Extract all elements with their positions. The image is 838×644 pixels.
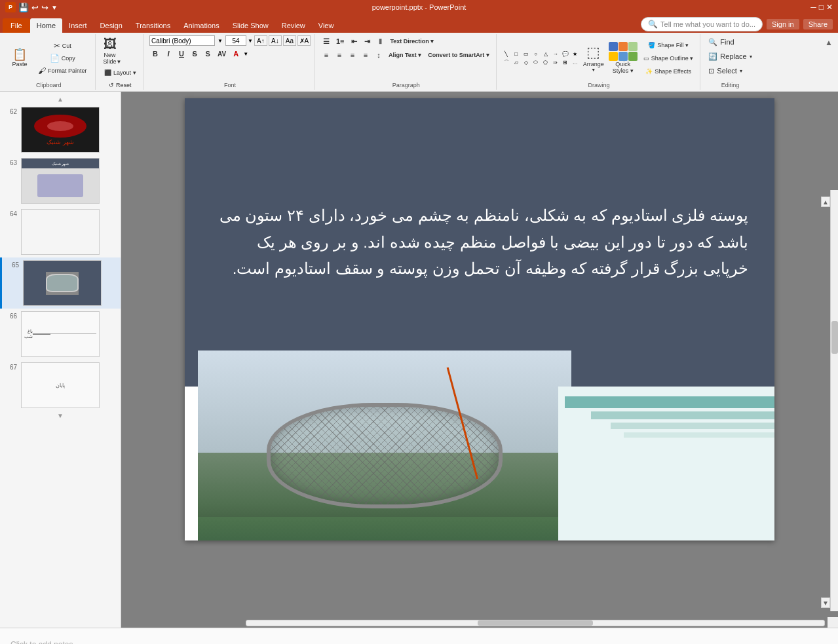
maximize-btn[interactable]: □: [819, 3, 824, 12]
shape-para[interactable]: ▱: [512, 58, 521, 66]
tab-transitions[interactable]: Transitions: [129, 18, 177, 33]
slide-panel-scroll-down[interactable]: ▼: [0, 411, 121, 421]
font-color-btn[interactable]: A: [230, 48, 242, 60]
font-color-dropdown[interactable]: ▼: [243, 51, 248, 57]
select-btn[interactable]: ⊡Select▾: [706, 64, 745, 77]
shape-formula[interactable]: ⊞: [561, 58, 570, 66]
underline-btn[interactable]: U: [176, 48, 187, 60]
slide-thumb-63[interactable]: 63 شهر شنبک: [0, 155, 121, 206]
arrange-btn[interactable]: ⬚ Arrange ▼: [582, 43, 605, 73]
shape-oval[interactable]: ○: [531, 50, 541, 58]
align-right-btn[interactable]: ≡: [347, 49, 358, 61]
text-shadow-btn[interactable]: S: [202, 48, 214, 60]
align-center-btn[interactable]: ≡: [333, 49, 345, 61]
paste-btn[interactable]: 📋 Paste: [8, 47, 31, 69]
columns-btn[interactable]: ⫴: [374, 35, 386, 47]
shape-more[interactable]: …: [571, 58, 580, 66]
qat-undo[interactable]: ↩: [31, 3, 39, 12]
numbering-btn[interactable]: 1≡: [333, 35, 347, 47]
slide-bottom: [185, 387, 774, 540]
italic-btn[interactable]: I: [162, 48, 174, 60]
vscroll-thumb[interactable]: [831, 321, 838, 354]
decrease-font-btn[interactable]: A↓: [269, 35, 282, 46]
layout-btn[interactable]: ⬛Layout ▾: [101, 67, 140, 79]
reset-btn[interactable]: ↺Reset: [101, 79, 140, 91]
align-left-btn[interactable]: ≡: [320, 49, 332, 61]
signin-btn[interactable]: Sign in: [767, 19, 799, 29]
format-painter-btn[interactable]: 🖌Format Painter: [35, 65, 90, 77]
new-slide-btn[interactable]: 🖼 New Slide ▼: [101, 35, 124, 66]
shape-star[interactable]: ★: [571, 50, 580, 58]
bullets-btn[interactable]: ☰: [320, 35, 332, 47]
slide-thumb-67[interactable]: 67 پایان: [0, 360, 121, 411]
increase-indent-btn[interactable]: ⇥: [361, 35, 373, 47]
align-text-btn[interactable]: Align Text ▾: [386, 49, 424, 61]
notes-placeholder: Click to add notes: [10, 640, 73, 645]
font-name-dropdown[interactable]: ▼: [216, 38, 224, 44]
tab-design[interactable]: Design: [94, 18, 129, 33]
slide-thumb-66[interactable]: 66 باغ شب: [0, 309, 121, 360]
tab-animations[interactable]: Animations: [177, 18, 225, 33]
shape-round-rect[interactable]: ▭: [522, 50, 531, 58]
justify-btn[interactable]: ≡: [360, 49, 371, 61]
shape-outline-btn[interactable]: ▭Shape Outline ▾: [641, 52, 696, 64]
qat-area: P 💾 ↩ ↪ ▼: [5, 2, 58, 12]
slide-thumb-64[interactable]: 64: [0, 206, 121, 257]
qat-redo[interactable]: ↪: [41, 3, 48, 12]
quick-styles-btn[interactable]: Quick Styles ▾: [607, 41, 639, 75]
shape-callout[interactable]: 💬: [561, 50, 570, 58]
copy-btn[interactable]: 📄Copy: [35, 52, 90, 64]
slide-panel-scroll-up[interactable]: ▲: [0, 94, 121, 104]
shape-line[interactable]: ╲: [502, 50, 511, 58]
font-size-input[interactable]: [225, 35, 246, 46]
close-btn[interactable]: ✕: [826, 3, 833, 12]
font-group: ▼ ▼ A↑ A↓ Aa ✗A B I U S S AV A ▼ Font: [145, 34, 315, 90]
line-spacing-btn[interactable]: ↕: [373, 49, 385, 61]
slide-thumb-65[interactable]: 65: [0, 257, 121, 309]
bold-btn[interactable]: B: [149, 48, 161, 60]
text-direction-btn[interactable]: Text Direction ▾: [387, 35, 436, 47]
clear-format-btn[interactable]: ✗A: [297, 35, 311, 46]
hscroll[interactable]: [246, 620, 825, 626]
collapse-ribbon-btn[interactable]: ▲: [822, 35, 835, 50]
tab-home[interactable]: Home: [30, 18, 62, 33]
shape-fill-btn[interactable]: 🪣Shape Fill ▾: [641, 39, 696, 51]
shape-diamond[interactable]: ◇: [522, 58, 531, 66]
minimize-btn[interactable]: ─: [810, 3, 816, 12]
canvas-vscroll-down[interactable]: ▼: [821, 597, 830, 608]
tab-file[interactable]: File: [3, 18, 30, 33]
cut-btn[interactable]: ✂Cut: [35, 40, 90, 52]
shape-curved[interactable]: ⌒: [502, 58, 511, 66]
notes-area[interactable]: Click to add notes: [0, 628, 838, 644]
replace-btn[interactable]: 🔄Replace▾: [706, 50, 754, 63]
shape-pentagon[interactable]: ⬠: [541, 58, 550, 66]
tab-review[interactable]: Review: [275, 18, 312, 33]
convert-smartart-btn[interactable]: Convert to SmartArt ▾: [425, 49, 492, 61]
shape-block-arrow[interactable]: ⇒: [551, 58, 560, 66]
shape-triangle[interactable]: △: [541, 50, 550, 58]
tab-slideshow[interactable]: Slide Show: [226, 18, 275, 33]
font-name-input[interactable]: [149, 35, 215, 46]
title-text: powerpoint.pptx - PowerPoint: [372, 3, 467, 11]
slide-thumb-62[interactable]: 62 شهر شنبک: [0, 104, 121, 155]
strikethrough-btn[interactable]: S: [189, 48, 200, 60]
find-btn[interactable]: 🔍Find: [706, 35, 736, 48]
tab-insert[interactable]: Insert: [62, 18, 94, 33]
qat-customize[interactable]: ▼: [51, 4, 58, 11]
decrease-indent-btn[interactable]: ⇤: [348, 35, 360, 47]
change-case-btn[interactable]: Aa: [283, 35, 296, 46]
vscroll-right[interactable]: [830, 190, 838, 611]
shape-cylinder[interactable]: ⬭: [531, 58, 541, 66]
font-size-dropdown[interactable]: ▼: [248, 38, 253, 44]
char-spacing-btn[interactable]: AV: [215, 48, 229, 60]
shape-rect[interactable]: □: [512, 50, 521, 58]
editing-group: 🔍Find 🔄Replace▾ ⊡Select▾ Editing: [702, 34, 758, 90]
tell-me-box[interactable]: 🔍 Tell me what you want to do...: [641, 17, 763, 31]
shape-arrow[interactable]: →: [551, 50, 560, 58]
shape-effects-btn[interactable]: ✨Shape Effects: [641, 66, 696, 77]
canvas-vscroll-up[interactable]: ▲: [821, 197, 830, 207]
qat-save[interactable]: 💾: [18, 3, 29, 12]
increase-font-btn[interactable]: A↑: [254, 35, 267, 46]
share-btn[interactable]: Share: [803, 19, 833, 29]
tab-view[interactable]: View: [312, 18, 341, 33]
